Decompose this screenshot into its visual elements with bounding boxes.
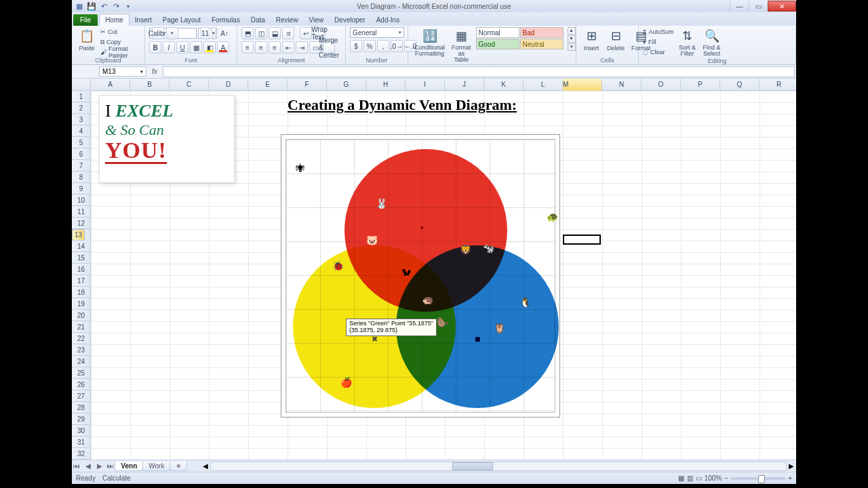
column-header-R[interactable]: R [760,79,796,90]
row-header-26[interactable]: 26 [72,379,90,390]
align-center-button[interactable]: ≡ [255,41,267,54]
tab-formulas[interactable]: Formulas [206,14,245,26]
view-layout-icon[interactable]: ▥ [687,474,693,482]
select-all-corner[interactable] [72,79,91,91]
row-header-7[interactable]: 7 [72,160,90,171]
row-header-17[interactable]: 17 [72,275,90,287]
column-header-N[interactable]: N [602,79,642,90]
zoom-level[interactable]: 100% [705,474,722,482]
style-more[interactable]: ▾ [568,43,576,51]
indent-dec-button[interactable]: ⇤ [282,41,294,54]
tab-addins[interactable]: Add-Ins [371,14,405,26]
underline-button[interactable]: U [176,41,189,54]
find-select-button[interactable]: 🔍Find & Select [701,27,723,58]
row-header-23[interactable]: 23 [72,344,90,356]
style-good[interactable]: Good [476,39,519,49]
sheet-tab-new[interactable]: ✳ [170,462,187,471]
row-header-4[interactable]: 4 [72,125,90,137]
column-header-D[interactable]: D [209,79,248,90]
tab-file[interactable]: File [73,14,98,26]
view-break-icon[interactable]: ▭ [696,474,702,482]
row-header-31[interactable]: 31 [72,436,90,448]
column-header-P[interactable]: P [681,79,720,90]
row-header-10[interactable]: 10 [72,195,90,206]
maximize-button[interactable]: ▭ [749,1,768,12]
tab-data[interactable]: Data [245,14,271,26]
row-header-3[interactable]: 3 [72,114,90,125]
column-header-Q[interactable]: Q [720,79,760,90]
tab-insert[interactable]: Insert [130,14,157,26]
column-header-A[interactable]: A [91,79,130,90]
row-header-13[interactable]: 13 [72,229,85,241]
fx-icon[interactable]: fx [148,68,161,75]
sheet-tab-venn[interactable]: Venn [115,462,143,471]
style-gallery[interactable]: Normal Bad Good Neutral [476,27,564,49]
zoom-out-button[interactable]: − [724,474,728,482]
column-header-J[interactable]: J [445,79,484,90]
tab-home[interactable]: Home [99,14,130,26]
row-header-20[interactable]: 20 [72,310,90,321]
cells-grid[interactable]: I EXCEL & So Can YOU! Creating a Dynamic… [91,91,796,460]
row-header-25[interactable]: 25 [72,367,90,379]
column-header-C[interactable]: C [170,79,209,90]
zoom-in-button[interactable]: + [788,474,792,482]
sort-filter-button[interactable]: ⇅Sort & Filter [677,27,698,58]
row-header-11[interactable]: 11 [72,206,90,218]
comma-button[interactable]: , [377,40,389,52]
tab-review[interactable]: Review [271,14,304,26]
font-color-button[interactable]: A [217,41,229,54]
fill-button[interactable]: ▾Fill [643,37,674,47]
currency-button[interactable]: $ [350,40,362,52]
fill-color-button[interactable]: ◧ [203,41,216,54]
tab-view[interactable]: View [304,14,330,26]
style-scroll-down[interactable]: ▼ [568,35,576,43]
save-icon[interactable]: 💾 [87,1,96,11]
clear-button[interactable]: ◌Clear [643,47,674,57]
row-header-5[interactable]: 5 [72,137,90,148]
redo-icon[interactable]: ↷ [111,1,121,11]
border-button[interactable]: ▦ [190,41,202,54]
style-scroll-up[interactable]: ▲ [568,27,576,35]
row-header-29[interactable]: 29 [72,413,90,425]
row-header-12[interactable]: 12 [72,218,90,229]
delete-cells-button[interactable]: ⊟Delete [605,27,627,52]
align-top-button[interactable]: ⬒ [241,27,254,39]
align-middle-button[interactable]: ◫ [255,27,267,39]
close-button[interactable]: ✕ [768,1,796,12]
sheet-nav-next[interactable]: ▶ [95,462,104,470]
zoom-slider[interactable] [731,477,785,480]
column-header-L[interactable]: L [524,79,563,90]
column-header-O[interactable]: O [642,79,681,90]
number-format-select[interactable]: General▾ [350,27,404,38]
style-bad[interactable]: Bad [520,27,564,38]
row-header-22[interactable]: 22 [72,333,90,344]
row-header-24[interactable]: 24 [72,356,90,367]
row-header-15[interactable]: 15 [72,252,90,264]
row-header-16[interactable]: 16 [72,264,90,275]
increase-decimal-button[interactable]: .0→ [391,40,403,52]
paste-button[interactable]: 📋 Paste [76,27,98,52]
hscroll-thumb[interactable] [452,462,493,470]
insert-cells-button[interactable]: ⊞Insert [580,27,602,52]
align-left-button[interactable]: ≡ [241,41,254,54]
autosum-button[interactable]: ΣAutoSum [643,27,674,37]
conditional-formatting-button[interactable]: 🔢Conditional Formatting [412,27,447,58]
row-header-32[interactable]: 32 [72,448,90,460]
qat-menu-icon[interactable]: ▾ [123,1,133,11]
venn-chart[interactable]: 🕷 🐰 🐷 🦁 🐄 🐞 🐿 🦔 🐧 🦫 🦉 🐢 [281,134,560,418]
column-header-F[interactable]: F [288,79,327,90]
row-header-8[interactable]: 8 [72,171,90,183]
format-as-table-button[interactable]: ▦Format as Table [450,27,473,64]
column-header-G[interactable]: G [327,79,366,90]
active-cell[interactable] [563,235,601,245]
merge-center-button[interactable]: ▭Merge & Center [309,41,335,54]
column-header-H[interactable]: H [366,79,406,90]
column-header-I[interactable]: I [406,79,445,90]
sheet-nav-last[interactable]: ⏭ [106,462,115,470]
tab-page-layout[interactable]: Page Layout [157,14,206,26]
horizontal-scrollbar[interactable]: ◀ ▶ [201,462,796,471]
bold-button[interactable]: B [149,41,161,54]
row-header-28[interactable]: 28 [72,402,90,413]
logo-image[interactable]: I EXCEL & So Can YOU! [99,95,235,183]
row-header-14[interactable]: 14 [72,241,90,252]
